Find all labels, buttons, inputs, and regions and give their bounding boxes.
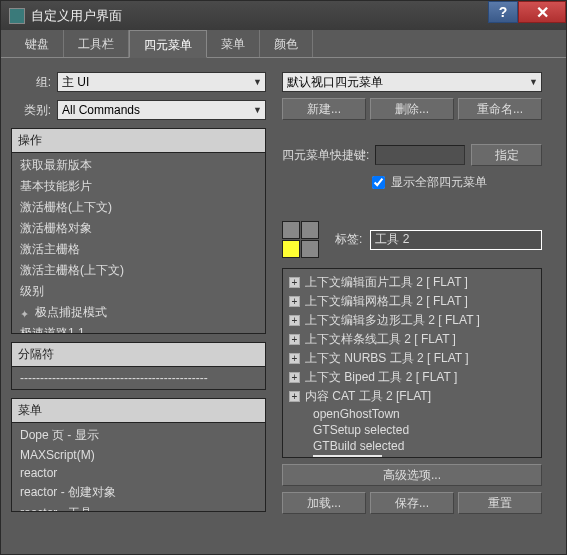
tag-input[interactable]: [370, 230, 542, 250]
new-button[interactable]: 新建...: [282, 98, 366, 120]
rename-button[interactable]: 重命名...: [458, 98, 542, 120]
list-item[interactable]: MAXScript(M): [12, 446, 265, 464]
list-item[interactable]: Dope 页 - 显示: [12, 425, 265, 446]
group-label: 组:: [11, 74, 51, 91]
category-label: 类别:: [11, 102, 51, 119]
tab-colors[interactable]: 颜色: [260, 30, 313, 57]
tree-item[interactable]: +内容 CAT 工具 2 [FLAT]: [283, 387, 541, 406]
shortcut-input[interactable]: [375, 145, 465, 165]
category-dropdown[interactable]: All Commands: [57, 100, 266, 120]
list-item[interactable]: 激活主栅格: [12, 239, 265, 260]
tree-item[interactable]: +上下文 Biped 工具 2 [ FLAT ]: [283, 368, 541, 387]
separator-header: 分隔符: [12, 343, 265, 367]
quad-swatch-grid[interactable]: [282, 221, 319, 258]
list-item[interactable]: ----------------------------------------…: [12, 369, 265, 387]
expand-icon[interactable]: +: [289, 277, 300, 288]
menu-list[interactable]: Dope 页 - 显示MAXScript(M)reactorreactor - …: [12, 423, 265, 511]
window-title: 自定义用户界面: [31, 7, 122, 25]
tree-item[interactable]: GTBuild selected: [283, 438, 541, 454]
titlebar[interactable]: 自定义用户界面 ? ✕: [1, 1, 566, 30]
menu-header: 菜单: [12, 399, 265, 423]
operation-header: 操作: [12, 129, 265, 153]
show-all-label: 显示全部四元菜单: [391, 174, 487, 191]
menu-tree[interactable]: +上下文编辑面片工具 2 [ FLAT ]+上下文编辑网格工具 2 [ FLAT…: [283, 269, 541, 457]
save-button[interactable]: 保存...: [370, 492, 454, 514]
swatch-tr[interactable]: [301, 221, 319, 239]
app-icon: [9, 8, 25, 24]
list-item[interactable]: 基本技能影片: [12, 176, 265, 197]
list-item[interactable]: 极速道路1.1: [12, 323, 265, 333]
close-button[interactable]: ✕: [518, 1, 566, 23]
tree-item[interactable]: +上下文样条线工具 2 [ FLAT ]: [283, 330, 541, 349]
advanced-button[interactable]: 高级选项...: [282, 464, 542, 486]
expand-icon[interactable]: +: [289, 372, 300, 383]
list-item[interactable]: 极点捕捉模式: [12, 302, 265, 323]
list-item[interactable]: reactor: [12, 464, 265, 482]
operation-list[interactable]: 获取最新版本基本技能影片激活栅格(上下文)激活栅格对象激活主栅格激活主栅格(上下…: [12, 153, 265, 333]
separator-list[interactable]: ----------------------------------------…: [12, 367, 265, 389]
tree-item[interactable]: +上下文编辑面片工具 2 [ FLAT ]: [283, 273, 541, 292]
tree-item[interactable]: GTSetup selected: [283, 422, 541, 438]
snap-icon: [20, 307, 32, 319]
show-all-checkbox[interactable]: [372, 176, 385, 189]
tab-keyboard[interactable]: 键盘: [11, 30, 64, 57]
shortcut-label: 四元菜单快捷键:: [282, 147, 369, 164]
assign-button[interactable]: 指定: [471, 144, 542, 166]
expand-icon[interactable]: +: [289, 391, 300, 402]
swatch-br[interactable]: [301, 240, 319, 258]
tree-item[interactable]: 极速道路1.1: [283, 454, 541, 457]
delete-button[interactable]: 删除...: [370, 98, 454, 120]
quad-menu-dropdown[interactable]: 默认视口四元菜单: [282, 72, 542, 92]
tab-quad-menus[interactable]: 四元菜单: [129, 30, 207, 58]
expand-icon[interactable]: +: [289, 315, 300, 326]
list-item[interactable]: reactor - 创建对象: [12, 482, 265, 503]
tag-label: 标签:: [335, 231, 362, 248]
help-button[interactable]: ?: [488, 1, 518, 23]
tree-item[interactable]: +上下文 NURBS 工具 2 [ FLAT ]: [283, 349, 541, 368]
reset-button[interactable]: 重置: [458, 492, 542, 514]
customize-ui-window: 自定义用户界面 ? ✕ 键盘 工具栏 四元菜单 菜单 颜色 组: 主 UI 类别…: [0, 0, 567, 555]
tab-bar: 键盘 工具栏 四元菜单 菜单 颜色: [1, 30, 566, 58]
load-button[interactable]: 加载...: [282, 492, 366, 514]
list-item[interactable]: 激活主栅格(上下文): [12, 260, 265, 281]
list-item[interactable]: 获取最新版本: [12, 155, 265, 176]
expand-icon[interactable]: +: [289, 353, 300, 364]
swatch-tl[interactable]: [282, 221, 300, 239]
tree-item[interactable]: +上下文编辑多边形工具 2 [ FLAT ]: [283, 311, 541, 330]
expand-icon[interactable]: +: [289, 334, 300, 345]
list-item[interactable]: reactor - 工具: [12, 503, 265, 511]
tree-item[interactable]: +上下文编辑网格工具 2 [ FLAT ]: [283, 292, 541, 311]
tree-item[interactable]: openGhostTown: [283, 406, 541, 422]
swatch-bl-active[interactable]: [282, 240, 300, 258]
list-item[interactable]: 激活栅格(上下文): [12, 197, 265, 218]
list-item[interactable]: 级别: [12, 281, 265, 302]
expand-icon[interactable]: +: [289, 296, 300, 307]
list-item[interactable]: 激活栅格对象: [12, 218, 265, 239]
group-dropdown[interactable]: 主 UI: [57, 72, 266, 92]
tab-toolbars[interactable]: 工具栏: [64, 30, 129, 57]
tab-menus[interactable]: 菜单: [207, 30, 260, 57]
